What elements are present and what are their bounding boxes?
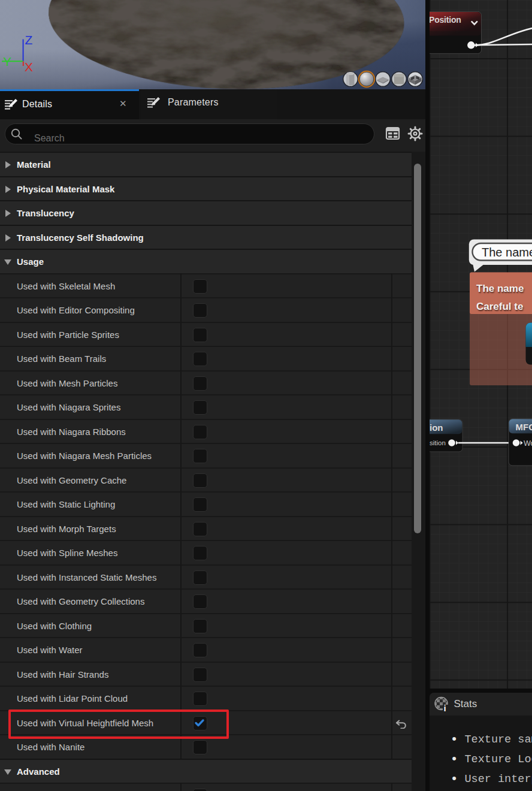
- svg-text:The name: The name: [476, 283, 524, 294]
- svg-text:MFCW: MFCW: [515, 422, 532, 432]
- svg-text:Careful te: Careful te: [476, 301, 523, 312]
- svg-text:X: X: [25, 60, 33, 74]
- svg-text:i: i: [443, 703, 446, 713]
- svg-text:The name: The name: [482, 246, 532, 259]
- svg-text:ion: ion: [430, 422, 443, 433]
- svg-text:sition: sition: [430, 439, 446, 446]
- svg-text:Y: Y: [3, 55, 11, 68]
- svg-text:Position: Position: [430, 15, 461, 25]
- svg-text:World Po: World Po: [524, 439, 532, 448]
- svg-text:Z: Z: [25, 33, 33, 47]
